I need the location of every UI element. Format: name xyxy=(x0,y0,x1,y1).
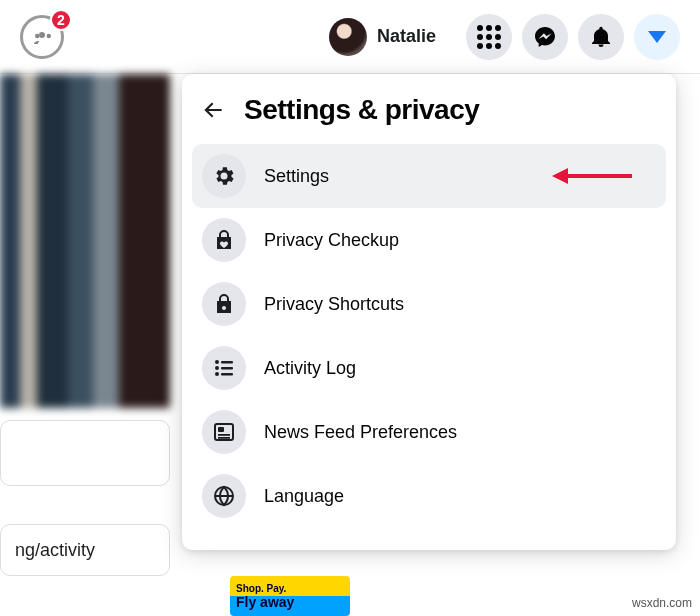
back-button[interactable] xyxy=(200,97,226,123)
menu-item-label: Settings xyxy=(264,166,329,187)
messenger-icon xyxy=(533,25,557,49)
annotation-arrow xyxy=(552,168,632,184)
menu-item-language[interactable]: Language xyxy=(192,464,666,528)
panel-title: Settings & privacy xyxy=(244,94,479,126)
svg-point-2 xyxy=(215,372,219,376)
menu-icon xyxy=(477,25,501,49)
globe-icon xyxy=(202,474,246,518)
profile-card xyxy=(0,420,170,486)
notification-badge: 2 xyxy=(50,9,72,31)
menu-item-privacy-checkup[interactable]: Privacy Checkup xyxy=(192,208,666,272)
account-dropdown-button[interactable] xyxy=(634,14,680,60)
svg-point-1 xyxy=(215,366,219,370)
panel-header: Settings & privacy xyxy=(192,88,666,144)
menu-item-label: Activity Log xyxy=(264,358,356,379)
cover-photo xyxy=(0,74,170,408)
topbar-right: Natalie xyxy=(329,14,680,60)
sponsored-ad[interactable]: Shop. Pay. Fly away xyxy=(230,576,350,616)
menu-item-label: Language xyxy=(264,486,344,507)
gear-icon xyxy=(202,154,246,198)
menu-item-label: Privacy Shortcuts xyxy=(264,294,404,315)
groups-icon xyxy=(30,25,54,49)
svg-point-0 xyxy=(215,360,219,364)
activity-card[interactable]: ng/activity xyxy=(0,524,170,576)
avatar xyxy=(329,18,367,56)
lock-heart-icon xyxy=(202,218,246,262)
ad-line1: Shop. Pay. xyxy=(236,583,294,594)
svg-rect-3 xyxy=(221,361,233,363)
profile-chip[interactable]: Natalie xyxy=(329,18,436,56)
caret-down-icon xyxy=(648,31,666,43)
messenger-button[interactable] xyxy=(522,14,568,60)
menu-button[interactable] xyxy=(466,14,512,60)
user-name: Natalie xyxy=(377,26,436,47)
top-navbar: 2 Natalie xyxy=(0,0,700,74)
notifications-button[interactable] xyxy=(578,14,624,60)
menu-item-news-feed-preferences[interactable]: News Feed Preferences xyxy=(192,400,666,464)
settings-privacy-panel: Settings & privacy Settings Privacy Chec… xyxy=(182,74,676,550)
svg-rect-9 xyxy=(218,437,230,439)
list-icon xyxy=(202,346,246,390)
lock-icon xyxy=(202,282,246,326)
topbar-left: 2 xyxy=(20,15,64,59)
svg-rect-7 xyxy=(218,427,224,432)
menu-item-label: News Feed Preferences xyxy=(264,422,457,443)
ad-line2: Fly away xyxy=(236,594,294,610)
svg-rect-8 xyxy=(218,434,230,436)
groups-button[interactable]: 2 xyxy=(20,15,64,59)
activity-card-text: ng/activity xyxy=(15,540,95,561)
svg-rect-4 xyxy=(221,367,233,369)
menu-item-label: Privacy Checkup xyxy=(264,230,399,251)
menu-item-settings[interactable]: Settings xyxy=(192,144,666,208)
feed-icon xyxy=(202,410,246,454)
menu-item-activity-log[interactable]: Activity Log xyxy=(192,336,666,400)
svg-rect-5 xyxy=(221,373,233,375)
menu-item-privacy-shortcuts[interactable]: Privacy Shortcuts xyxy=(192,272,666,336)
bell-icon xyxy=(589,25,613,49)
attribution-text: wsxdn.com xyxy=(632,596,692,610)
background-content: ng/activity xyxy=(0,74,170,616)
arrow-left-icon xyxy=(200,97,226,123)
